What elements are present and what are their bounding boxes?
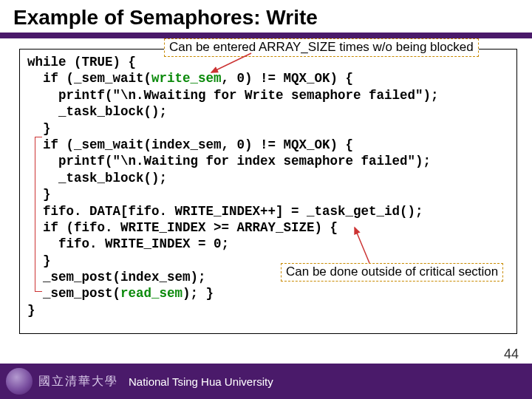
code-line: while (TRUE) { [27,55,136,69]
code-line: } [27,121,51,136]
critical-section-bracket [35,137,42,292]
code-line: fifo. WRITE_INDEX = 0; [27,236,229,251]
code-line: if (_sem_wait(index_sem, 0) != MQX_OK) { [27,137,353,152]
title-underline [0,33,532,38]
code-line: _task_block(); [27,104,167,119]
university-cjk: 國立清華大學 [38,374,118,389]
code-line: printf("\n.Waiting for index semaphore f… [27,154,431,168]
code-line: if (fifo. WRITE_INDEX >= ARRAY_SIZE) { [27,220,338,235]
university-logo [6,368,33,395]
code-highlight: write_sem [151,71,222,86]
code-line: _sem_post(index_sem); [27,270,206,284]
code-highlight: read_sem [120,286,183,301]
code-line: if (_sem_wait(write_sem, 0) != MQX_OK) { [27,71,353,86]
footer-bar: 國立清華大學 National Tsing Hua University [0,364,532,399]
university-name: National Tsing Hua University [129,375,273,388]
page-number: 44 [504,347,519,362]
code-line: } [27,303,35,318]
annotation-top: Can be entered ARRAY_SIZE times w/o bein… [164,38,479,57]
slide-title: Example of Semaphores: Write [0,0,532,33]
code-line: fifo. DATA[fifo. WRITE_INDEX++] = _task_… [27,204,423,219]
code-line: _sem_post(read_sem); } [27,286,214,301]
code-block: while (TRUE) { if (_sem_wait(write_sem, … [19,49,517,334]
code-line: _task_block(); [27,171,167,185]
annotation-mid: Can be done outside of critical section [281,263,503,282]
code-line: printf("\n.Wwaiting for Write semaphore … [27,88,439,103]
